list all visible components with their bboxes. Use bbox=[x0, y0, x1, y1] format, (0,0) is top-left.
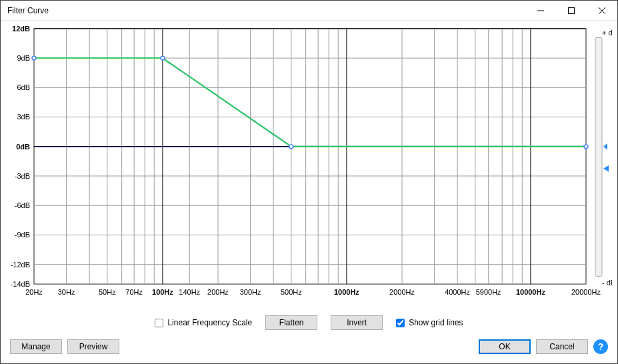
svg-point-70 bbox=[32, 56, 36, 60]
flatten-button[interactable]: Flatten bbox=[265, 315, 317, 330]
minimize-button[interactable] bbox=[525, 1, 556, 21]
maximize-button[interactable] bbox=[556, 1, 587, 21]
linear-frequency-scale-label: Linear Frequency Scale bbox=[167, 318, 252, 327]
svg-text:20000Hz: 20000Hz bbox=[571, 288, 601, 296]
gain-range-marker[interactable] bbox=[603, 165, 609, 172]
svg-text:0dB: 0dB bbox=[16, 143, 30, 151]
show-grid-lines-label: Show grid lines bbox=[409, 318, 463, 327]
svg-text:3dB: 3dB bbox=[17, 113, 30, 121]
svg-text:1000Hz: 1000Hz bbox=[334, 288, 359, 296]
cancel-button[interactable]: Cancel bbox=[536, 339, 588, 354]
window-title: Filter Curve bbox=[7, 6, 525, 15]
svg-text:200Hz: 200Hz bbox=[207, 288, 229, 296]
svg-text:30Hz: 30Hz bbox=[58, 288, 75, 296]
svg-text:500Hz: 500Hz bbox=[281, 288, 302, 296]
svg-text:+ dB: + dB bbox=[602, 29, 612, 37]
chart-controls-row: Linear Frequency Scale Flatten Invert Sh… bbox=[6, 311, 612, 337]
svg-text:10000Hz: 10000Hz bbox=[516, 288, 546, 296]
svg-text:4000Hz: 4000Hz bbox=[445, 288, 470, 296]
svg-text:-9dB: -9dB bbox=[15, 231, 30, 239]
svg-point-71 bbox=[161, 56, 165, 60]
svg-text:-14dB: -14dB bbox=[11, 280, 30, 288]
svg-text:-3dB: -3dB bbox=[15, 172, 30, 180]
svg-text:9dB: 9dB bbox=[17, 54, 30, 62]
svg-rect-1 bbox=[569, 7, 575, 13]
preview-button[interactable]: Preview bbox=[67, 339, 119, 354]
linear-frequency-scale-checkbox[interactable]: Linear Frequency Scale bbox=[155, 318, 252, 327]
titlebar: Filter Curve bbox=[1, 1, 617, 21]
linear-frequency-scale-input[interactable] bbox=[155, 319, 163, 327]
svg-text:5900Hz: 5900Hz bbox=[476, 288, 501, 296]
svg-text:140Hz: 140Hz bbox=[179, 288, 200, 296]
help-button[interactable]: ? bbox=[593, 339, 608, 354]
svg-text:20Hz: 20Hz bbox=[25, 288, 43, 296]
filter-curve-chart[interactable]: 12dB9dB6dB3dB0dB-3dB-6dB-9dB-12dB-14dB20… bbox=[6, 26, 612, 311]
show-grid-lines-input[interactable] bbox=[396, 319, 405, 327]
manage-button[interactable]: Manage bbox=[10, 339, 62, 354]
svg-text:-6dB: -6dB bbox=[15, 201, 30, 209]
show-grid-lines-checkbox[interactable]: Show grid lines bbox=[396, 318, 463, 327]
svg-rect-4 bbox=[34, 29, 586, 284]
svg-text:70Hz: 70Hz bbox=[125, 288, 143, 296]
svg-text:300Hz: 300Hz bbox=[240, 288, 261, 296]
svg-text:12dB: 12dB bbox=[12, 26, 30, 33]
svg-point-73 bbox=[584, 145, 588, 149]
invert-button[interactable]: Invert bbox=[331, 315, 383, 330]
svg-text:2000Hz: 2000Hz bbox=[389, 288, 415, 296]
dialog-button-row: Manage Preview OK Cancel ? bbox=[6, 337, 612, 358]
svg-text:- dB: - dB bbox=[602, 279, 612, 287]
svg-text:50Hz: 50Hz bbox=[99, 288, 116, 296]
svg-text:-12dB: -12dB bbox=[11, 261, 30, 269]
svg-text:100Hz: 100Hz bbox=[152, 288, 173, 296]
close-button[interactable] bbox=[587, 1, 617, 21]
svg-text:6dB: 6dB bbox=[17, 83, 30, 91]
ok-button[interactable]: OK bbox=[479, 339, 531, 354]
gain-slider-track[interactable] bbox=[595, 38, 602, 277]
svg-point-72 bbox=[289, 145, 293, 149]
